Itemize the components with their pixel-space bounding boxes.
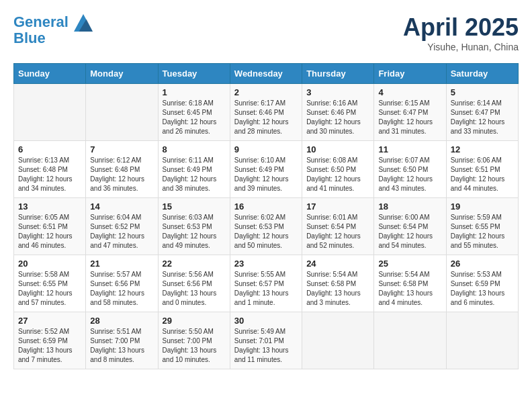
logo: General Blue [13, 13, 93, 47]
calendar-cell: 8Sunrise: 6:11 AM Sunset: 6:49 PM Daylig… [158, 141, 230, 198]
calendar-cell [374, 312, 446, 369]
calendar-cell: 16Sunrise: 6:02 AM Sunset: 6:53 PM Dayli… [230, 198, 302, 255]
location-subtitle: Yisuhe, Hunan, China [403, 42, 519, 52]
day-detail: Sunrise: 6:16 AM Sunset: 6:46 PM Dayligh… [306, 99, 369, 136]
day-number: 22 [163, 259, 226, 269]
day-detail: Sunrise: 5:58 AM Sunset: 6:55 PM Dayligh… [18, 270, 81, 308]
day-detail: Sunrise: 5:53 AM Sunset: 6:59 PM Dayligh… [451, 270, 514, 308]
day-detail: Sunrise: 5:56 AM Sunset: 6:56 PM Dayligh… [163, 270, 226, 308]
day-number: 2 [234, 87, 298, 97]
day-number: 3 [306, 87, 369, 97]
calendar-cell: 10Sunrise: 6:08 AM Sunset: 6:50 PM Dayli… [302, 141, 374, 198]
day-detail: Sunrise: 5:52 AM Sunset: 6:59 PM Dayligh… [18, 327, 81, 365]
page-header: General Blue April 2025 Yisuhe, Hunan, C… [13, 13, 519, 52]
calendar-table: SundayMondayTuesdayWednesdayThursdayFrid… [13, 63, 519, 369]
calendar-cell [446, 312, 518, 369]
calendar-cell [14, 84, 86, 141]
calendar-cell: 23Sunrise: 5:55 AM Sunset: 6:57 PM Dayli… [230, 255, 302, 312]
day-number: 27 [18, 316, 81, 326]
week-row-4: 20Sunrise: 5:58 AM Sunset: 6:55 PM Dayli… [14, 255, 519, 312]
day-number: 11 [378, 144, 441, 154]
title-block: April 2025 Yisuhe, Hunan, China [403, 13, 519, 52]
day-number: 25 [378, 259, 441, 269]
calendar-cell: 13Sunrise: 6:05 AM Sunset: 6:51 PM Dayli… [14, 198, 86, 255]
day-number: 23 [234, 259, 298, 269]
day-number: 13 [18, 201, 81, 212]
day-detail: Sunrise: 6:06 AM Sunset: 6:51 PM Dayligh… [451, 156, 514, 193]
calendar-cell: 26Sunrise: 5:53 AM Sunset: 6:59 PM Dayli… [446, 255, 518, 312]
day-detail: Sunrise: 6:13 AM Sunset: 6:48 PM Dayligh… [18, 156, 81, 193]
day-number: 21 [90, 259, 153, 269]
day-number: 9 [234, 144, 298, 154]
calendar-cell: 5Sunrise: 6:14 AM Sunset: 6:47 PM Daylig… [446, 84, 518, 141]
day-detail: Sunrise: 6:00 AM Sunset: 6:54 PM Dayligh… [378, 213, 441, 250]
week-row-3: 13Sunrise: 6:05 AM Sunset: 6:51 PM Dayli… [14, 198, 519, 255]
calendar-cell: 18Sunrise: 6:00 AM Sunset: 6:54 PM Dayli… [374, 198, 446, 255]
weekday-header-wednesday: Wednesday [230, 64, 302, 84]
day-number: 7 [90, 144, 153, 154]
day-number: 20 [18, 259, 81, 269]
calendar-cell: 9Sunrise: 6:10 AM Sunset: 6:49 PM Daylig… [230, 141, 302, 198]
day-detail: Sunrise: 6:17 AM Sunset: 6:46 PM Dayligh… [234, 99, 298, 136]
day-detail: Sunrise: 5:54 AM Sunset: 6:58 PM Dayligh… [306, 270, 369, 308]
calendar-cell: 29Sunrise: 5:50 AM Sunset: 7:00 PM Dayli… [158, 312, 230, 369]
calendar-cell: 28Sunrise: 5:51 AM Sunset: 7:00 PM Dayli… [86, 312, 158, 369]
calendar-cell: 3Sunrise: 6:16 AM Sunset: 6:46 PM Daylig… [302, 84, 374, 141]
day-number: 30 [234, 316, 298, 326]
month-title: April 2025 [403, 13, 519, 42]
week-row-5: 27Sunrise: 5:52 AM Sunset: 6:59 PM Dayli… [14, 312, 519, 369]
calendar-cell: 22Sunrise: 5:56 AM Sunset: 6:56 PM Dayli… [158, 255, 230, 312]
day-number: 8 [163, 144, 226, 154]
calendar-cell: 12Sunrise: 6:06 AM Sunset: 6:51 PM Dayli… [446, 141, 518, 198]
day-number: 10 [306, 144, 369, 154]
calendar-cell: 11Sunrise: 6:07 AM Sunset: 6:50 PM Dayli… [374, 141, 446, 198]
calendar-cell: 19Sunrise: 5:59 AM Sunset: 6:55 PM Dayli… [446, 198, 518, 255]
weekday-header-friday: Friday [374, 64, 446, 84]
day-detail: Sunrise: 6:07 AM Sunset: 6:50 PM Dayligh… [378, 156, 441, 193]
weekday-header-monday: Monday [86, 64, 158, 84]
calendar-cell: 2Sunrise: 6:17 AM Sunset: 6:46 PM Daylig… [230, 84, 302, 141]
day-detail: Sunrise: 6:14 AM Sunset: 6:47 PM Dayligh… [451, 99, 514, 136]
calendar-cell: 24Sunrise: 5:54 AM Sunset: 6:58 PM Dayli… [302, 255, 374, 312]
day-detail: Sunrise: 6:02 AM Sunset: 6:53 PM Dayligh… [234, 213, 298, 250]
calendar-cell: 27Sunrise: 5:52 AM Sunset: 6:59 PM Dayli… [14, 312, 86, 369]
calendar-cell: 15Sunrise: 6:03 AM Sunset: 6:53 PM Dayli… [158, 198, 230, 255]
day-detail: Sunrise: 6:11 AM Sunset: 6:49 PM Dayligh… [163, 156, 226, 193]
weekday-header-sunday: Sunday [14, 64, 86, 84]
day-number: 16 [234, 201, 298, 212]
week-row-1: 1Sunrise: 6:18 AM Sunset: 6:45 PM Daylig… [14, 84, 519, 141]
calendar-cell: 21Sunrise: 5:57 AM Sunset: 6:56 PM Dayli… [86, 255, 158, 312]
day-detail: Sunrise: 6:01 AM Sunset: 6:54 PM Dayligh… [306, 213, 369, 250]
calendar-cell: 1Sunrise: 6:18 AM Sunset: 6:45 PM Daylig… [158, 84, 230, 141]
day-detail: Sunrise: 6:15 AM Sunset: 6:47 PM Dayligh… [378, 99, 441, 136]
calendar-cell: 17Sunrise: 6:01 AM Sunset: 6:54 PM Dayli… [302, 198, 374, 255]
calendar-cell: 25Sunrise: 5:54 AM Sunset: 6:58 PM Dayli… [374, 255, 446, 312]
day-number: 17 [306, 201, 369, 212]
day-detail: Sunrise: 6:08 AM Sunset: 6:50 PM Dayligh… [306, 156, 369, 193]
day-detail: Sunrise: 5:49 AM Sunset: 7:01 PM Dayligh… [234, 327, 298, 365]
day-detail: Sunrise: 5:55 AM Sunset: 6:57 PM Dayligh… [234, 270, 298, 308]
day-number: 28 [90, 316, 153, 326]
day-detail: Sunrise: 6:12 AM Sunset: 6:48 PM Dayligh… [90, 156, 153, 193]
calendar-cell [302, 312, 374, 369]
calendar-body: 1Sunrise: 6:18 AM Sunset: 6:45 PM Daylig… [14, 84, 519, 369]
day-number: 5 [451, 87, 514, 97]
week-row-2: 6Sunrise: 6:13 AM Sunset: 6:48 PM Daylig… [14, 141, 519, 198]
day-detail: Sunrise: 6:18 AM Sunset: 6:45 PM Dayligh… [163, 99, 226, 136]
day-number: 24 [306, 259, 369, 269]
day-number: 1 [163, 87, 226, 97]
day-detail: Sunrise: 5:50 AM Sunset: 7:00 PM Dayligh… [163, 327, 226, 365]
day-number: 19 [451, 201, 514, 212]
weekday-header-row: SundayMondayTuesdayWednesdayThursdayFrid… [14, 64, 519, 84]
day-detail: Sunrise: 6:04 AM Sunset: 6:52 PM Dayligh… [90, 213, 153, 250]
weekday-header-saturday: Saturday [446, 64, 518, 84]
calendar-cell: 14Sunrise: 6:04 AM Sunset: 6:52 PM Dayli… [86, 198, 158, 255]
weekday-header-thursday: Thursday [302, 64, 374, 84]
day-number: 12 [451, 144, 514, 154]
day-detail: Sunrise: 5:57 AM Sunset: 6:56 PM Dayligh… [90, 270, 153, 308]
day-number: 6 [18, 144, 81, 154]
day-number: 26 [451, 259, 514, 269]
day-detail: Sunrise: 6:05 AM Sunset: 6:51 PM Dayligh… [18, 213, 81, 250]
day-number: 29 [163, 316, 226, 326]
weekday-header-tuesday: Tuesday [158, 64, 230, 84]
